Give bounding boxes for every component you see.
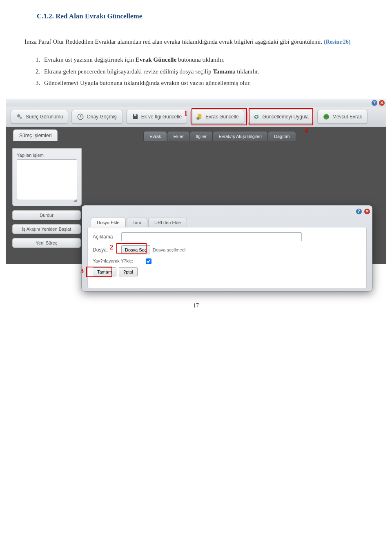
page-number: 17	[24, 303, 368, 309]
section-heading: C.1.2. Red Alan Evrakı Güncelleme	[37, 12, 368, 20]
row-yayinlayarak: Yay?nlayarak Y?kle:	[93, 258, 361, 264]
step-list: Evrakın üst yazısını değiştirmek için Ev…	[42, 54, 368, 89]
svg-rect-4	[134, 114, 136, 116]
tab-evrak[interactable]: Evrak	[143, 131, 167, 141]
btn-dosya-sec[interactable]: Dosya Seç	[121, 245, 150, 254]
dosya-label: Dosya:	[93, 247, 121, 253]
dlg-tab-dosya-ekle[interactable]: Dosya Ekle	[91, 218, 126, 227]
tab-evrak-is-akisi[interactable]: Evrak/İş Akışı Bilgileri	[213, 131, 268, 141]
dialog-body: Açıklama Dosya: Dosya Seç Dosya seçilmed…	[87, 227, 367, 288]
aciklama-input[interactable]	[121, 232, 302, 241]
main-toolbar: Süreç Görünümü Onay Geçmişi Ek ve İlgi G…	[6, 107, 386, 127]
dlg-tab-tara[interactable]: Tara	[127, 218, 147, 227]
dosya-status: Dosya seçilmedi	[153, 247, 185, 252]
tabs-container: Süreç İşlemleri Evrak Ekler İlgiler Evra…	[6, 127, 386, 141]
btn-onay-gecmisi-label: Onay Geçmişi	[87, 114, 117, 120]
step-1-pre: Evrakın üst yazısını değiştirmek için	[44, 56, 136, 63]
btn-mevcut-evrak[interactable]: Mevcut Evrak	[317, 110, 368, 124]
intro-text: İmza Paraf Olur Reddedilen Evraklar alan…	[24, 38, 324, 45]
svg-point-0	[17, 114, 20, 118]
window-titlebar: ? ✕	[6, 99, 386, 107]
btn-mevcut-evrak-label: Mevcut Evrak	[332, 114, 362, 120]
close-icon[interactable]: ✕	[379, 100, 385, 106]
sync-icon	[253, 113, 260, 120]
btn-guncellemeyi-uygula[interactable]: Güncellemeyi Uygula	[247, 110, 314, 124]
step-item-1: Evrakın üst yazısını değiştirmek için Ev…	[42, 54, 368, 66]
step-2-pre: Ekrana gelen pencereden bilgisayardaki r…	[44, 68, 213, 75]
yayinlayarak-label: Yay?nlayarak Y?kle:	[93, 258, 146, 264]
help-icon[interactable]: ?	[372, 100, 377, 106]
btn-evrak-guncelle-label: Evrak Güncelle	[205, 114, 238, 120]
file-dialog: ? ✕ Dosya Ekle Tara URLden Ekle Açıklama…	[82, 205, 372, 291]
left-panel-body: Yapılan İşlem	[12, 148, 82, 206]
step-item-2: Ekrana gelen pencereden bilgisayardaki r…	[42, 66, 368, 78]
row-actions: Tamam ?ptal	[93, 267, 361, 276]
btn-onay-gecmisi[interactable]: Onay Geçmişi	[71, 110, 122, 124]
step-1-bold: Evrak Güncelle	[136, 56, 176, 63]
step-1-post: butonuna tıklanılır.	[176, 56, 225, 63]
btn-durdur[interactable]: Durdur	[12, 210, 81, 220]
row-dosya: Dosya: Dosya Seç Dosya seçilmedi	[93, 245, 361, 254]
step-2-bold: Tamam	[213, 68, 233, 75]
annotation-num-4: 4	[305, 127, 308, 134]
btn-evrak-guncelle[interactable]: Evrak Güncelle	[190, 110, 244, 124]
dialog-tabs: Dosya Ekle Tara URLden Ekle	[91, 218, 372, 227]
close-icon[interactable]: ✕	[364, 209, 370, 214]
step-3-pre: Güncellemeyi Uygula butonuna tıklanıldığ…	[44, 80, 251, 86]
intro-paragraph: İmza Paraf Olur Reddedilen Evraklar alan…	[24, 37, 368, 47]
gears-icon	[16, 113, 23, 120]
aciklama-label: Açıklama	[93, 234, 121, 240]
document-refresh-icon	[196, 113, 203, 120]
row-aciklama: Açıklama	[93, 232, 361, 241]
btn-yeni-surec[interactable]: Yeni Süreç	[12, 238, 81, 248]
dlg-tab-urlden-ekle[interactable]: URLden Ekle	[148, 218, 187, 227]
btn-guncellemeyi-uygula-label: Güncellemeyi Uygula	[263, 114, 309, 120]
clock-icon	[77, 113, 84, 120]
btn-ek-ilgi-guncelle[interactable]: Ek ve İlgi Güncelle	[126, 110, 187, 124]
app-screenshot: ? ✕ Süreç Görünümü Onay Geçmişi Ek ve İl…	[6, 99, 386, 264]
btn-tamam[interactable]: Tamam	[93, 267, 116, 276]
tab-dagitim[interactable]: Dağıtım	[268, 131, 296, 141]
left-panel: Yapılan İşlem Durdur İş Akışını Yeniden …	[12, 148, 82, 248]
tab-ekler[interactable]: Ekler	[167, 131, 189, 141]
help-icon[interactable]: ?	[356, 209, 362, 214]
btn-ek-ilgi-guncelle-label: Ek ve İlgi Güncelle	[141, 114, 182, 120]
yapilan-islem-label: Yapılan İşlem	[17, 153, 77, 158]
annotation-num-2: 2	[110, 244, 113, 251]
btn-is-akisini-yeniden-baslat[interactable]: İş Akışını Yeniden Başlat	[12, 224, 81, 234]
step-2-post: a tıklanılır.	[233, 68, 259, 75]
annotation-num-1: 1	[184, 110, 187, 117]
tab-surec-islemleri[interactable]: Süreç İşlemleri	[13, 129, 58, 141]
globe-icon	[323, 113, 330, 120]
yayinlayarak-checkbox[interactable]	[146, 258, 151, 264]
step-item-3: Güncellemeyi Uygula butonuna tıklanıldığ…	[42, 77, 368, 89]
btn-surec-gorunumu[interactable]: Süreç Görünümü	[11, 110, 68, 124]
svg-point-1	[20, 117, 22, 119]
tab-ilgiler[interactable]: İlgiler	[190, 131, 213, 141]
svg-point-7	[323, 114, 329, 120]
intro-resim-ref: (Resim:26)	[324, 39, 350, 45]
svg-point-6	[196, 117, 200, 120]
save-icon	[131, 113, 139, 120]
btn-iptal[interactable]: ?ptal	[119, 267, 138, 276]
yapilan-islem-textarea[interactable]	[17, 159, 77, 200]
annotation-num-3: 3	[80, 267, 84, 275]
btn-surec-gorunumu-label: Süreç Görünümü	[26, 114, 63, 120]
dialog-header-icons: ? ✕	[356, 207, 370, 214]
